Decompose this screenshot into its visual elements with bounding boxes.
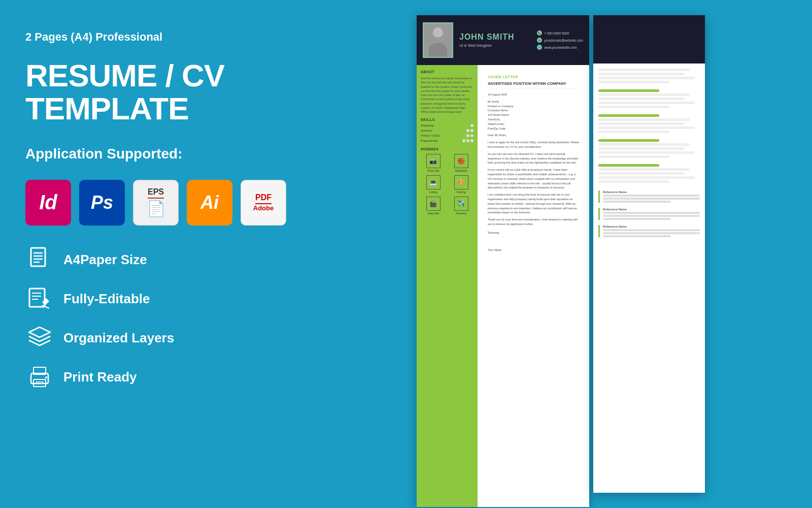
svg-rect-0 xyxy=(31,248,45,266)
indesign-icon: Id xyxy=(25,180,71,226)
eps-icon: EPS 📄 xyxy=(133,180,179,226)
svg-rect-5 xyxy=(29,289,45,307)
document-icon xyxy=(25,246,53,274)
right-panel: JOHN SMITH UI & Web Desginer 📞 + 000 000… xyxy=(325,0,812,508)
resume-sidebar: ABOUT Use this section as a quick introd… xyxy=(417,65,478,507)
partial-ref-1: Reference Name xyxy=(598,190,700,203)
edit-icon xyxy=(25,285,53,313)
contact-phone: 📞 + 000 0000 0000 xyxy=(537,30,583,36)
cover-body5: Thank you for your time and consideratio… xyxy=(488,217,579,227)
illustrator-icon: Ai xyxy=(187,180,232,226)
feature-a4paper: A4Paper Size xyxy=(25,246,299,274)
feature-layers: Organized Layers xyxy=(25,324,299,352)
resume-body: ABOUT Use this section as a quick introd… xyxy=(417,65,589,507)
resume-contact: 📞 + 000 0000 0000 ✉ yourdomain@website.c… xyxy=(537,30,583,50)
feature-print: Print Ready xyxy=(25,363,299,391)
resume-job-title: UI & Web Desginer xyxy=(459,43,531,48)
feature-a4paper-label: A4Paper Size xyxy=(63,252,147,268)
feature-editable-label: Fully-Editable xyxy=(63,291,150,307)
partial-page: Reference Name Reference Name Reference … xyxy=(593,15,705,493)
about-title: ABOUT xyxy=(421,70,473,74)
hobbies-title: HOBBIES xyxy=(421,147,473,151)
resume-main-content: COVER LETTER ADVERTISED POSITION WITHIN … xyxy=(478,65,589,507)
hobby-traveling: ✈️ Traveling xyxy=(449,197,473,215)
feature-layers-label: Organized Layers xyxy=(63,330,174,346)
cover-body3: In my current role as a [job title] at [… xyxy=(488,168,579,190)
contact-website: 🌐 www.yourwebsite.com xyxy=(537,45,583,50)
feature-print-label: Print Ready xyxy=(63,369,137,385)
skills-title: SKILLS xyxy=(421,118,473,121)
svg-point-14 xyxy=(45,376,47,378)
subtitle: 2 Pages (A4) Professional xyxy=(25,30,299,44)
hobby-painting: 🎨 Painting xyxy=(449,175,473,194)
partial-page-content: Reference Name Reference Name Reference … xyxy=(593,64,705,247)
hobby-video-edit: 🎬 Video Edit xyxy=(421,197,446,215)
cover-signature: Your Name xyxy=(488,248,579,252)
hobbies-grid: 📷 Photo Edit 🏀 Basketball 💻 Coding 🎨 Pai… xyxy=(421,154,473,215)
layers-icon xyxy=(25,324,53,352)
printer-icon xyxy=(25,363,53,391)
app-supported-label: Application Supported: xyxy=(25,146,299,162)
left-panel: 2 Pages (A4) Professional RESUME / CV TE… xyxy=(0,0,325,508)
cover-closing: Sincerely, xyxy=(488,231,579,235)
cover-position-title: ADVERTISED POSITION WITHIN COMPANY xyxy=(488,81,579,88)
main-title: RESUME / CV TEMPLATE xyxy=(25,59,299,125)
cover-addressee: Mr Smith, Position in Company Company Na… xyxy=(488,100,579,131)
hobby-basketball: 🏀 Basketball xyxy=(449,154,473,172)
svg-marker-10 xyxy=(29,327,50,337)
resume-photo xyxy=(423,22,453,58)
features-list: A4Paper Size Fully-Editable xyxy=(25,246,299,391)
feature-editable: Fully-Editable xyxy=(25,285,299,313)
resume-page-1: JOHN SMITH UI & Web Desginer 📞 + 000 000… xyxy=(417,15,589,507)
partial-page-header xyxy=(593,15,705,64)
skill-programming: Programming xyxy=(421,139,473,142)
resume-name-block: JOHN SMITH UI & Web Desginer xyxy=(459,33,531,48)
pdf-icon: PDF Adobe xyxy=(241,180,286,226)
skill-html5: HTML5 / CSS3 xyxy=(421,134,473,137)
cover-body2: As you can see from my attached CV, I ha… xyxy=(488,152,579,165)
photoshop-icon: Ps xyxy=(79,180,125,226)
partial-ref-2: Reference Name xyxy=(598,208,700,220)
skill-illustrator: Illustrator xyxy=(421,129,473,132)
resume-name: JOHN SMITH xyxy=(459,33,531,42)
cover-letter-section: COVER LETTER ADVERTISED POSITION WITHIN … xyxy=(483,70,584,260)
partial-ref-3: Reference Name xyxy=(598,225,700,237)
hobby-photo-edit: 📷 Photo Edit xyxy=(421,154,446,172)
resume-header: JOHN SMITH UI & Web Desginer 📞 + 000 000… xyxy=(417,15,589,65)
hobby-coding: 💻 Coding xyxy=(421,175,446,194)
cover-salutation: Dear Mr Smith, xyxy=(488,133,579,138)
app-icons-row: Id Ps EPS 📄 Ai PDF Adobe xyxy=(25,180,299,226)
cover-date: 15 August 2020 xyxy=(488,92,579,97)
contact-email: ✉ yourdomain@website.com xyxy=(537,38,583,43)
cover-body1: I wish to apply for the role of [Job Tit… xyxy=(488,140,579,149)
about-text: Use this section as a quick introduction… xyxy=(421,76,473,114)
skill-photoshop: Photoshop xyxy=(421,124,473,127)
cover-letter-title: COVER LETTER xyxy=(488,75,579,79)
cover-body4: I am confident that I can bring this lev… xyxy=(488,193,579,215)
skills-list: Photoshop Illustrator xyxy=(421,124,473,142)
